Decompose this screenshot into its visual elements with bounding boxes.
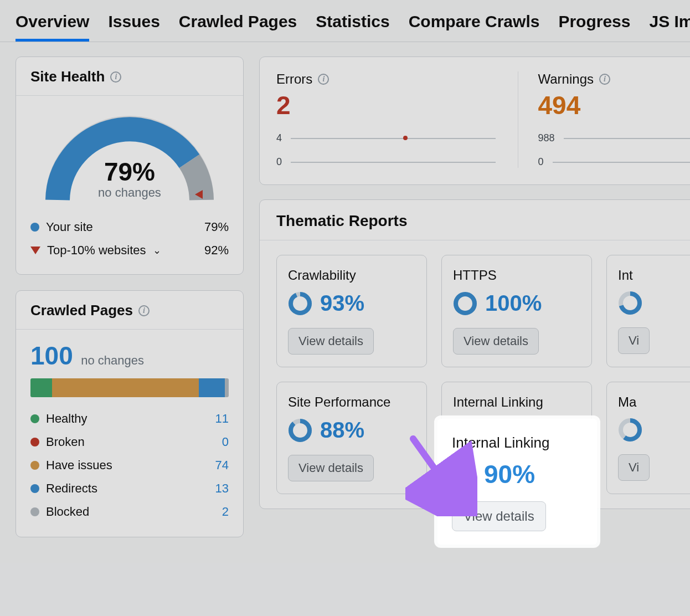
- triangle-down-icon: [30, 247, 40, 254]
- dot-icon: [30, 461, 39, 470]
- warnings-stat: Warnings i 494 988 0: [518, 71, 691, 168]
- tab-progress[interactable]: Progress: [558, 12, 630, 42]
- thematic-reports-title: Thematic Reports: [260, 200, 690, 240]
- dot-icon: [30, 484, 39, 493]
- chevron-down-icon: ⌄: [153, 244, 161, 256]
- legend-top10-label: Top-10% websites: [47, 243, 146, 258]
- dot-icon: [30, 223, 39, 232]
- crawled-legend-label: Blocked: [46, 505, 204, 519]
- site-health-subtitle: no changes: [41, 186, 218, 200]
- tab-compare-crawls[interactable]: Compare Crawls: [409, 12, 540, 42]
- thematic-card-title: Internal Linking: [453, 394, 580, 410]
- crawled-stacked-bar: [30, 378, 229, 397]
- crawled-legend-value: 13: [204, 481, 229, 496]
- svg-point-14: [455, 465, 473, 484]
- dot-icon: [30, 438, 39, 446]
- thematic-card-markup: Ma Vi: [606, 382, 690, 494]
- crawled-legend-row[interactable]: Have issues 74: [30, 454, 229, 477]
- progress-ring-icon: [452, 462, 476, 486]
- crawled-legend-row[interactable]: Broken 0: [30, 430, 229, 454]
- crawled-legend-row[interactable]: Redirects 13: [30, 477, 229, 500]
- thematic-card-intl: Int Vi: [606, 255, 690, 367]
- info-icon[interactable]: i: [318, 74, 329, 85]
- crawled-pages-title: Crawled Pages: [30, 302, 133, 319]
- legend-top10-value: 92%: [204, 243, 229, 258]
- warnings-value: 494: [538, 90, 691, 120]
- crawled-legend-value: 0: [204, 435, 229, 449]
- internal-linking-value: 90%: [484, 459, 535, 489]
- dot-icon: [30, 414, 39, 423]
- crawled-legend-label: Redirects: [46, 481, 204, 496]
- info-icon[interactable]: i: [599, 74, 610, 85]
- errors-axis-top: 4: [276, 132, 282, 144]
- svg-point-4: [456, 294, 475, 313]
- legend-your-site: Your site 79%: [30, 215, 229, 239]
- warnings-label: Warnings: [538, 71, 594, 87]
- crawled-legend-value: 74: [204, 458, 229, 473]
- internal-linking-highlight: Internal Linking 90% View details: [437, 419, 597, 545]
- view-details-button[interactable]: Vi: [618, 327, 650, 354]
- progress-ring-icon: [288, 418, 312, 443]
- progress-ring-icon: [618, 291, 642, 315]
- crawled-pages-header: Crawled Pages i: [16, 291, 243, 330]
- crawled-legend-row[interactable]: Healthy 11: [30, 407, 229, 430]
- thematic-card-title: Crawlability: [288, 268, 415, 283]
- errors-axis-bottom: 0: [276, 156, 282, 168]
- errors-value: 2: [276, 90, 496, 120]
- errors-label: Errors: [276, 71, 312, 87]
- thematic-card-siteperf: Site Performance 88% View details: [276, 382, 427, 494]
- dot-icon: [30, 507, 39, 516]
- warnings-axis-top: 988: [538, 132, 555, 144]
- site-health-gauge: 79% no changes: [41, 106, 218, 206]
- site-health-header: Site Health i: [16, 57, 243, 96]
- thematic-card-crawlability: Crawlability 93% View details: [276, 255, 427, 367]
- crawled-legend-value: 2: [204, 505, 229, 519]
- site-health-card: Site Health i 79% no changes: [16, 57, 244, 275]
- crawled-legend-label: Have issues: [46, 458, 204, 473]
- thematic-card-title: HTTPS: [453, 268, 580, 283]
- progress-ring-icon: [288, 291, 312, 316]
- crawled-pages-card: Crawled Pages i 100 no changes Healthy 1…: [16, 290, 244, 537]
- thematic-card-title: Int: [618, 268, 690, 283]
- svg-point-8: [291, 421, 310, 440]
- view-details-button[interactable]: View details: [288, 328, 374, 355]
- crawled-legend: Healthy 11 Broken 0 Have issues 74 Redir…: [30, 407, 229, 523]
- top-stats-card: Errors i 2 4 0 Warnings i 494: [259, 57, 690, 185]
- site-health-percent: 79%: [41, 157, 218, 187]
- thematic-value: 93%: [320, 291, 364, 316]
- legend-your-site-value: 79%: [204, 220, 229, 234]
- crawled-legend-row[interactable]: Blocked 2: [30, 500, 229, 523]
- site-health-title: Site Health: [30, 68, 105, 85]
- errors-stat: Errors i 2 4 0: [276, 71, 496, 168]
- crawled-count: 100: [30, 341, 73, 371]
- tab-crawled-pages[interactable]: Crawled Pages: [179, 12, 297, 42]
- tab-js-impact[interactable]: JS Impact: [649, 12, 690, 42]
- crawled-subtitle: no changes: [81, 353, 144, 367]
- crawled-legend-label: Healthy: [46, 412, 204, 426]
- tab-statistics[interactable]: Statistics: [316, 12, 389, 42]
- progress-ring-icon: [453, 291, 477, 316]
- tab-overview[interactable]: Overview: [16, 12, 89, 42]
- warnings-axis-bottom: 0: [538, 156, 544, 168]
- errors-sparkline-dot: [403, 136, 408, 140]
- thematic-card-https: HTTPS 100% View details: [441, 255, 592, 367]
- thematic-card-title: Ma: [618, 394, 690, 410]
- crawled-legend-value: 11: [204, 412, 229, 426]
- view-details-button[interactable]: View details: [288, 455, 374, 481]
- thematic-value: 88%: [320, 418, 364, 443]
- info-icon[interactable]: i: [110, 71, 121, 83]
- tab-issues[interactable]: Issues: [108, 12, 159, 42]
- crawled-legend-label: Broken: [46, 435, 204, 449]
- internal-linking-title: Internal Linking: [452, 434, 583, 451]
- view-details-button[interactable]: View details: [453, 328, 539, 355]
- tab-bar: Overview Issues Crawled Pages Statistics…: [0, 0, 690, 42]
- view-details-button[interactable]: Vi: [618, 454, 650, 481]
- thematic-card-title: Site Performance: [288, 394, 415, 410]
- thematic-value: 100%: [485, 291, 542, 316]
- progress-ring-icon: [618, 418, 642, 442]
- svg-point-2: [291, 294, 310, 313]
- info-icon[interactable]: i: [138, 305, 150, 316]
- view-details-button[interactable]: View details: [452, 501, 546, 531]
- legend-top10[interactable]: Top-10% websites ⌄ 92%: [30, 239, 229, 262]
- legend-your-site-label: Your site: [46, 220, 93, 234]
